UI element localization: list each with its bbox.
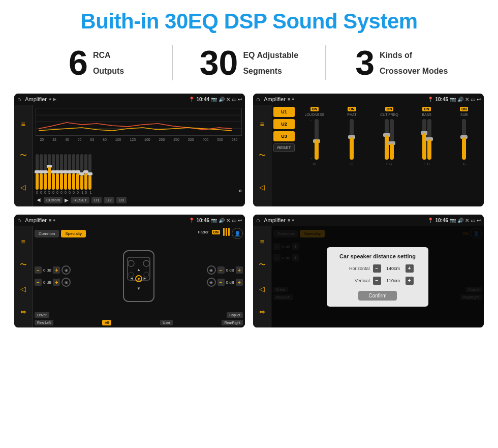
wave-icon-4[interactable]: 〜: [259, 260, 266, 270]
status-bar-1: ⌂ Amplifier ● ▶ 📍 10:44 📷 🔊 ✕ ▭ ↩: [14, 94, 245, 105]
eq-slider-8: 0: [64, 154, 67, 194]
driver-btn-3[interactable]: Driver: [35, 312, 49, 318]
amp-u2-btn[interactable]: U2: [273, 119, 295, 129]
home-icon-4[interactable]: ⌂: [256, 217, 260, 224]
freq-25: 25: [40, 138, 44, 141]
fader-on-badge[interactable]: ON: [212, 230, 221, 234]
reset-button-1[interactable]: RESET: [71, 197, 89, 203]
back-icon-1[interactable]: ↩: [238, 97, 242, 102]
right-ch2-minus[interactable]: −: [217, 279, 225, 286]
sub-on-badge[interactable]: ON: [460, 107, 469, 111]
eq-icon-2[interactable]: ≡: [260, 120, 264, 128]
rearright-btn-3[interactable]: RearRight: [222, 320, 243, 325]
home-icon-3[interactable]: ⌂: [17, 217, 21, 224]
screens-grid: ⌂ Amplifier ● ▶ 📍 10:44 📷 🔊 ✕ ▭ ↩ ≡ 〜 ◁: [0, 89, 498, 338]
eq-slider-1: 0: [36, 154, 39, 194]
eq-bottom-bar: ◄ Custom ▶ RESET U1 U2 U3: [36, 196, 242, 203]
fader-slider-3[interactable]: [228, 228, 230, 236]
wave-icon-3[interactable]: 〜: [20, 260, 27, 270]
user-btn-3[interactable]: User: [160, 320, 173, 325]
eq-graph: [36, 108, 242, 136]
volume-sidebar-icon-3[interactable]: ◁: [20, 285, 26, 293]
user-icon-3[interactable]: 👤: [232, 228, 243, 239]
cutfreq-slider-f[interactable]: [385, 119, 389, 160]
screen3-time: 10:46: [196, 218, 209, 223]
copilot-btn-3[interactable]: Copilot: [227, 312, 243, 318]
amp-sub-col: ON SUB G: [446, 107, 482, 204]
slider-track-12[interactable]: [80, 154, 83, 190]
cutfreq-slider-g[interactable]: [390, 119, 394, 160]
arrows-icon-3[interactable]: ⇔: [20, 308, 26, 316]
stat-divider-2: [325, 45, 326, 80]
phat-on-badge[interactable]: ON: [348, 107, 356, 111]
volume-sidebar-icon-2[interactable]: ◁: [259, 183, 265, 191]
amp-u1-btn[interactable]: U1: [273, 107, 295, 117]
u1-button-1[interactable]: U1: [91, 197, 102, 203]
screen2-time: 10:45: [435, 97, 448, 102]
eq-icon-3[interactable]: ≡: [21, 237, 25, 246]
slider-track-3[interactable]: [44, 154, 47, 190]
slider-track-14[interactable]: [88, 154, 91, 190]
home-icon-2[interactable]: ⌂: [256, 96, 260, 103]
phat-slider[interactable]: [350, 119, 354, 160]
right-ch1-minus[interactable]: −: [217, 266, 225, 274]
specialty-tab[interactable]: Specialty: [61, 230, 85, 237]
wave-icon-1[interactable]: 〜: [20, 151, 27, 160]
loudness-slider[interactable]: [315, 119, 319, 160]
right-ch2-plus[interactable]: +: [236, 279, 243, 286]
eq-slider-5: 0: [52, 154, 55, 194]
left-ch2-plus[interactable]: +: [53, 279, 60, 286]
back-icon-3[interactable]: ↩: [238, 218, 242, 223]
horizontal-minus-btn[interactable]: −: [373, 264, 381, 273]
all-btn-3[interactable]: All: [102, 320, 111, 325]
stat-rca: 6 RCA Outputs: [30, 45, 162, 80]
right-arrow-icon[interactable]: »: [238, 187, 242, 194]
screen2-body: ≡ 〜 ◁ U1 U2 U3 RESET ON LOUDNESS: [253, 105, 484, 206]
confirm-button[interactable]: Confirm: [358, 291, 396, 301]
horizontal-plus-btn[interactable]: +: [406, 264, 414, 273]
vertical-plus-btn[interactable]: +: [406, 277, 414, 285]
vertical-minus-btn[interactable]: −: [373, 277, 381, 285]
back-icon-4[interactable]: ↩: [477, 218, 481, 223]
sub-slider[interactable]: [462, 119, 466, 160]
loudness-on-badge[interactable]: ON: [310, 107, 319, 111]
volume-sidebar-icon-4[interactable]: ◁: [259, 285, 265, 293]
volume-sidebar-icon-1[interactable]: ◁: [20, 183, 26, 191]
screen-crossover: ⌂ Amplifier ■ ● 📍 10:46 📷 🔊 ✕ ▭ ↩ ≡ 〜 ◁ …: [14, 215, 245, 327]
status-bar-3: ⌂ Amplifier ■ ● 📍 10:46 📷 🔊 ✕ ▭ ↩: [14, 215, 245, 226]
play-icon[interactable]: ▶: [65, 197, 69, 203]
stat-eq: 30 EQ Adjustable Segments: [183, 45, 315, 80]
left-ch1-minus[interactable]: −: [35, 266, 42, 274]
left-ch2-minus[interactable]: −: [35, 279, 42, 286]
rearleft-btn-3[interactable]: RearLeft: [35, 320, 53, 325]
cutfreq-on-badge[interactable]: ON: [385, 107, 394, 111]
arrows-icon-4[interactable]: ⇔: [259, 308, 265, 316]
amp-reset-btn[interactable]: RESET: [273, 143, 295, 152]
left-ch-2: − 0 dB + ◉: [35, 278, 71, 287]
bass-slider-g[interactable]: [427, 119, 431, 160]
fader-slider-1[interactable]: [223, 228, 225, 236]
bass-on-badge[interactable]: ON: [422, 107, 431, 111]
eq-icon-1[interactable]: ≡: [21, 120, 25, 128]
back-icon-2[interactable]: ↩: [477, 97, 481, 102]
amp-u3-btn[interactable]: U3: [273, 131, 295, 141]
common-tab[interactable]: Common: [35, 230, 59, 237]
right-ch1-plus[interactable]: +: [236, 266, 243, 274]
slider-track-13[interactable]: [84, 154, 87, 190]
amp-bass-col: ON BASS F G: [409, 107, 445, 204]
svg-text:▼: ▼: [137, 286, 141, 291]
home-icon-1[interactable]: ⌂: [17, 96, 21, 103]
wave-icon-2[interactable]: 〜: [259, 151, 266, 160]
eq-freq-labels: 25 32 40 50 63 80 100 125 160 200 250 32…: [36, 138, 242, 141]
screen2-title: Amplifier: [264, 96, 286, 102]
custom-button[interactable]: Custom: [44, 197, 63, 203]
fader-slider-2[interactable]: [226, 228, 227, 236]
eq-slider-11: 0: [76, 154, 79, 194]
left-arrow-icon[interactable]: ◄: [36, 196, 42, 203]
stats-row: 6 RCA Outputs 30 EQ Adjustable Segments …: [0, 40, 498, 89]
slider-track-11[interactable]: [76, 154, 79, 190]
left-ch1-plus[interactable]: +: [53, 266, 60, 274]
u2-button-1[interactable]: U2: [104, 197, 114, 203]
u3-button-1[interactable]: U3: [116, 197, 127, 203]
eq-icon-4[interactable]: ≡: [260, 237, 264, 246]
